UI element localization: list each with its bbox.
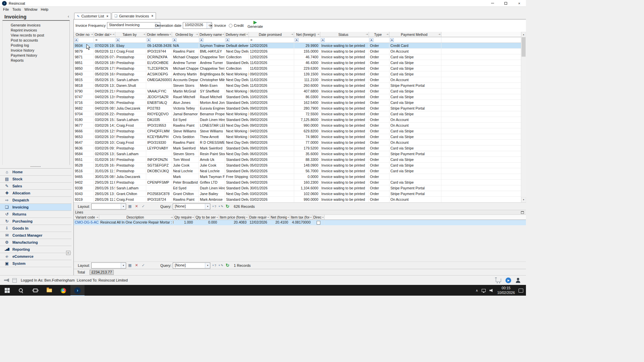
layout-filter-icon[interactable]: ✓: [140, 203, 146, 209]
refresh-icon[interactable]: ↻: [224, 262, 230, 268]
grid-row[interactable]: 958402/02/26 13:28Sarah.LathamSteven Sto…: [74, 151, 526, 157]
credit-radio[interactable]: Credit: [229, 23, 244, 27]
grid-row[interactable]: 940229/01/26 11:01PrestashopCPENPFSMPPet…: [74, 180, 526, 185]
tab-generate-invoices[interactable]: ❏ Generate Invoices ×: [112, 12, 156, 19]
filter-date-promised[interactable]: =: [249, 37, 294, 43]
sidebar-item-posting-log[interactable]: Posting log: [3, 43, 69, 48]
taskbar-clock[interactable]: 00:15 10/02/2026: [497, 286, 515, 295]
filter-ordered-by[interactable]: A: [172, 37, 199, 43]
filter-type[interactable]: A: [369, 37, 389, 43]
column-header-status[interactable]: Status⇥: [320, 32, 369, 37]
column-header-order-date[interactable]: Order date▼⇥: [94, 32, 115, 37]
chevron-down-icon[interactable]: ▼: [205, 263, 210, 268]
filter-delivery-method[interactable]: A: [225, 37, 249, 43]
module-ecommerce[interactable]: ℮eCommerce: [0, 253, 71, 260]
scrollbar-thumb[interactable]: [522, 37, 526, 57]
filter-net-foreign[interactable]: A: [294, 37, 320, 43]
lines-column-header-direct[interactable]: Direct⇥: [313, 215, 325, 220]
query-select[interactable]: [None] ▼: [173, 203, 210, 209]
scroll-up-icon[interactable]: ▲: [521, 32, 526, 37]
grid-row[interactable]: 987106/02/26 07:42PrestashopDCRINZKPAMic…: [74, 54, 526, 60]
frequency-select[interactable]: Standard Invoicing ▼: [107, 22, 160, 29]
save-layout-icon[interactable]: ▦: [127, 262, 133, 268]
module-returns[interactable]: ↺Returns: [0, 211, 71, 218]
hidden-icons-chevron[interactable]: ∧: [476, 289, 478, 292]
edit-query-icon[interactable]: ✎: [218, 262, 224, 268]
module-despatch[interactable]: ⇨Despatch: [0, 197, 71, 204]
lines-column-header-qty-to-be-sent[interactable]: Qty to be sent⇥: [195, 215, 219, 220]
module-system[interactable]: ▣System: [0, 260, 71, 267]
grid-row[interactable]: 966603/02/26 12:52PrestashopCPHQFFLMMSte…: [74, 128, 526, 134]
grid-row[interactable]: 951631/01/26 11:14PrestashopDKOBCVJKQNea…: [74, 168, 526, 174]
module-manufacturing[interactable]: ⚙Manufacturing: [0, 239, 71, 246]
menu-tools[interactable]: Tools: [11, 7, 23, 11]
grid-row[interactable]: 970403/02/26 22:46PrestashopRIOYEQDVOJam…: [74, 111, 526, 117]
filter-taken-by[interactable]: A: [115, 37, 146, 43]
grid-row[interactable]: 931928/01/26 11:28Craig.FrostIPO/318724R…: [74, 197, 526, 202]
module-allocation[interactable]: ✚Allocation: [0, 190, 71, 197]
sidebar-item-payment-history[interactable]: Payment history: [3, 53, 69, 58]
close-tab-icon[interactable]: ×: [151, 14, 153, 18]
save-layout-icon[interactable]: ▦: [127, 203, 133, 209]
task-view-button[interactable]: [28, 285, 42, 296]
column-header-ordered-by[interactable]: Ordered by⇥: [172, 32, 199, 37]
column-header-delivery-name[interactable]: Delivery name⇥: [199, 32, 225, 37]
lines-column-header-item-tax-foreig[interactable]: Item tax (foreig⇥: [290, 215, 313, 220]
grid-row[interactable]: 918003/02/26 15:37Sarah.LathamDA1035Ed S…: [74, 117, 526, 123]
query-help-icon[interactable]: ?: [211, 203, 217, 209]
menu-window[interactable]: Window: [22, 7, 39, 11]
refresh-icon[interactable]: ↻: [224, 203, 230, 209]
module-stock[interactable]: ▤Stock: [0, 176, 71, 183]
filter-payment-method[interactable]: A: [389, 37, 441, 43]
grid-row[interactable]: 987906/02/26 11:09Craig.FrostIPO/319744R…: [74, 49, 526, 54]
direct-checkbox[interactable]: [317, 221, 320, 225]
delete-layout-icon[interactable]: ✕: [133, 262, 140, 268]
lines-column-header-variant-code[interactable]: Variant code⇥: [74, 215, 99, 220]
lines-column-header-item-price-foreign[interactable]: Item price (foreign⇥: [219, 215, 249, 220]
grid-row[interactable]: 964703/02/26 10:35Craig.FrostIPO/319330R…: [74, 140, 526, 145]
sidebar-item-invoice-history[interactable]: Invoice history: [3, 48, 69, 53]
query-help-icon[interactable]: ?: [211, 262, 217, 268]
chevron-down-icon[interactable]: ▼: [205, 204, 210, 209]
grid-row[interactable]: 952831/01/26 16:40PrestashopSGTSEFGPZJul…: [74, 163, 526, 168]
filter-delivery-name[interactable]: A: [199, 37, 225, 43]
module-goods-in[interactable]: ⇩Goods In: [0, 225, 71, 232]
lines-layout-select[interactable]: ▼: [91, 262, 126, 268]
speaker-icon[interactable]: [4, 279, 9, 282]
grid-row[interactable]: 971604/02/26 09:35PrestashopENEBTIALQAlu…: [74, 100, 526, 106]
lines-column-header-description[interactable]: Description⇥: [99, 215, 174, 220]
module-purchasing[interactable]: ↻Purchasing: [0, 218, 71, 225]
sidebar-item-view-records-to-post[interactable]: View records to post: [3, 33, 69, 38]
grid-row[interactable]: 968204/02/26 08:59Julia.OwczarekPO2783Vi…: [74, 106, 526, 111]
sidebar-item-reprint-invoices[interactable]: Reprint invoices: [3, 28, 69, 33]
column-header-delivery-method[interactable]: Delivery method⇥: [225, 32, 249, 37]
grid-row[interactable]: 967703/02/26 14:25Craig.FrostIPO/319553R…: [74, 123, 526, 128]
grid-row[interactable]: 985105/02/26 18:09PrestashopELVDCHBDEAnd…: [74, 60, 526, 66]
package-icon[interactable]: [12, 278, 17, 283]
module-sales[interactable]: ✎Sales: [0, 183, 71, 190]
grid-row[interactable]: 993407/02/26 19:38Ebay09-14208-34392N/AS…: [74, 43, 526, 49]
lines-row[interactable]: CMO-DG-5-ACRResincoat All In One Concret…: [74, 220, 526, 225]
menu-file[interactable]: File: [1, 7, 11, 11]
chevron-down-icon[interactable]: ▼: [121, 204, 126, 209]
grid-row[interactable]: 965303/02/26 10:57PrestashopKCEYBAVPHChr…: [74, 134, 526, 140]
user-icon[interactable]: [516, 278, 521, 283]
filter-order-no[interactable]: A: [74, 37, 94, 43]
generate-button[interactable]: ▶ Generate: [247, 20, 264, 28]
file-explorer-button[interactable]: [42, 285, 56, 296]
lines-query-select[interactable]: [None] ▼: [173, 262, 210, 268]
sidebar-expand-handle[interactable]: »: [66, 251, 70, 255]
close-button[interactable]: ×: [513, 0, 526, 6]
grid-row[interactable]: 946530/01/26 08:58Julia.OwczarekMarkMark…: [74, 174, 526, 180]
minimize-button[interactable]: [486, 0, 499, 6]
scroll-down-icon[interactable]: ▼: [521, 197, 526, 202]
cart-icon[interactable]: [496, 279, 501, 282]
search-button[interactable]: [14, 285, 28, 296]
column-header-date-promised[interactable]: Date promised⇥: [249, 32, 294, 37]
column-header-type[interactable]: Type⇥: [369, 32, 389, 37]
column-header-taken-by[interactable]: Taken by⇥: [115, 32, 146, 37]
grid-row[interactable]: 984305/02/26 16:04PrestashopACSIKOEPGAnt…: [74, 71, 526, 77]
layout-select[interactable]: ▼: [91, 203, 126, 209]
column-header-order-referenc[interactable]: Order referenc⇥: [146, 32, 172, 37]
edit-query-icon[interactable]: ✎: [218, 203, 224, 209]
